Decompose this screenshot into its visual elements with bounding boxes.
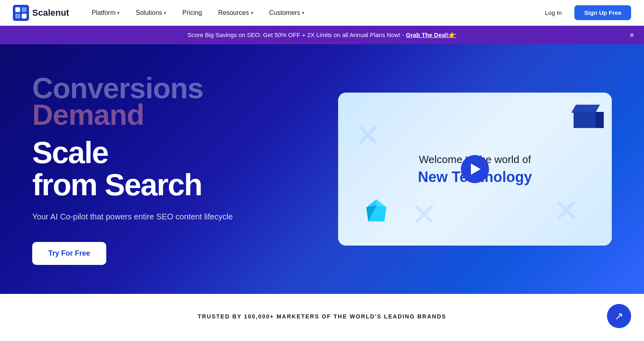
nav-solutions[interactable]: Solutions ▾	[129, 6, 173, 20]
hero-right: ✕ ✕ ✕ Welcome to the world of New Techno…	[338, 93, 612, 246]
login-button[interactable]: Log In	[537, 6, 570, 19]
deco-gem-icon	[362, 197, 390, 225]
deco-cross-2: ✕	[553, 192, 580, 229]
cube-top	[571, 105, 600, 113]
svg-rect-3	[15, 14, 20, 19]
hero-animated-text2: Demand	[32, 100, 306, 130]
nav-platform[interactable]: Platform ▾	[85, 6, 126, 20]
customers-chevron-icon: ▾	[302, 10, 304, 16]
deco-cross-3: ✕	[411, 196, 438, 234]
hero-title: Scale from Search	[32, 136, 306, 201]
trusted-section: TRUSTED BY 100,000+ MARKETERS OF THE WOR…	[0, 294, 644, 341]
promo-cta[interactable]: Grab The Deal!👉	[406, 31, 456, 38]
try-free-button[interactable]: Try For Free	[32, 242, 106, 265]
nav-pricing[interactable]: Pricing	[176, 6, 208, 20]
hero-section: Conversions Demand Scale from Search You…	[0, 44, 644, 294]
svg-rect-4	[22, 14, 27, 19]
svg-rect-2	[22, 7, 27, 12]
svg-rect-1	[15, 7, 20, 12]
cube-face	[574, 112, 598, 128]
resources-chevron-icon: ▾	[251, 10, 253, 16]
cube-side	[596, 112, 604, 128]
logo-icon	[13, 5, 29, 21]
play-icon	[471, 163, 481, 175]
nav-resources[interactable]: Resources ▾	[212, 6, 259, 20]
solutions-chevron-icon: ▾	[164, 10, 166, 16]
navbar: Scalenut Platform ▾ Solutions ▾ Pricing …	[0, 0, 644, 26]
logo-text: Scalenut	[32, 8, 69, 18]
trusted-label: TRUSTED BY 100,000+ MARKETERS OF THE WOR…	[32, 313, 612, 320]
nav-links: Platform ▾ Solutions ▾ Pricing Resources…	[85, 6, 537, 20]
promo-banner: Score Big Savings on SEO: Get 50% OFF + …	[0, 26, 644, 44]
hero-subtitle: Your AI Co-pilot that powers entire SEO …	[32, 211, 242, 223]
nav-customers[interactable]: Customers ▾	[263, 6, 311, 20]
promo-close-button[interactable]: ×	[630, 31, 634, 40]
logo[interactable]: Scalenut	[13, 5, 69, 21]
hero-left: Conversions Demand Scale from Search You…	[32, 73, 306, 265]
chat-icon: ↗	[615, 310, 623, 322]
deco-cube	[572, 105, 600, 129]
svg-rect-0	[13, 5, 29, 21]
signup-button[interactable]: Sign Up Free	[574, 5, 631, 20]
deco-cross-1: ✕	[354, 117, 381, 154]
promo-text: Score Big Savings on SEO: Get 50% OFF + …	[188, 31, 406, 38]
nav-right: Log In Sign Up Free	[537, 5, 631, 20]
video-card[interactable]: ✕ ✕ ✕ Welcome to the world of New Techno…	[338, 93, 612, 246]
play-button[interactable]	[461, 155, 489, 183]
chat-button[interactable]: ↗	[607, 304, 631, 328]
platform-chevron-icon: ▾	[117, 10, 120, 16]
